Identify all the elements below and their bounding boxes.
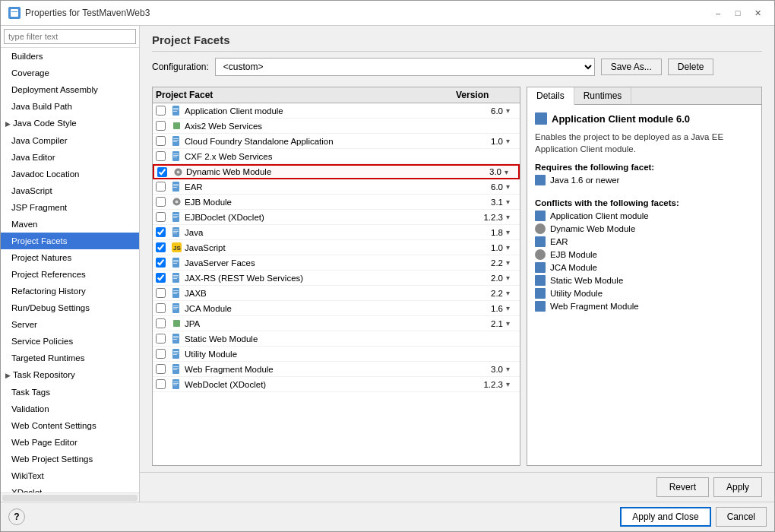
sidebar-item-web-project-settings[interactable]: Web Project Settings xyxy=(1,451,139,467)
table-row[interactable]: Java1.8▾ xyxy=(153,225,520,240)
save-as-button[interactable]: Save As... xyxy=(601,59,662,75)
sidebar-item-server[interactable]: Server xyxy=(1,316,139,333)
table-row[interactable]: JPA2.1▾ xyxy=(153,316,520,331)
apply-close-button[interactable]: Apply and Close xyxy=(620,507,710,527)
facet-check-input[interactable] xyxy=(156,227,166,237)
facet-check-input[interactable] xyxy=(156,182,166,192)
facet-check-input[interactable] xyxy=(156,212,166,222)
table-row[interactable]: JAXB2.2▾ xyxy=(153,286,520,301)
horizontal-scrollbar[interactable] xyxy=(2,495,138,501)
facet-check-input[interactable] xyxy=(156,121,166,131)
maximize-button[interactable]: □ xyxy=(729,5,747,21)
table-row[interactable]: JSJavaScript1.0▾ xyxy=(153,240,520,255)
facet-check-input[interactable] xyxy=(156,197,166,207)
facet-version-arrow-icon[interactable]: ▾ xyxy=(506,213,517,221)
table-row[interactable]: Web Fragment Module3.0▾ xyxy=(153,362,520,377)
facet-check-input[interactable] xyxy=(156,258,166,268)
sidebar-item-project-references[interactable]: Project References xyxy=(1,266,139,283)
facet-version-arrow-icon[interactable]: ▾ xyxy=(506,198,517,206)
facet-version-label: 6.0 xyxy=(468,182,506,192)
facet-check-input[interactable] xyxy=(157,167,167,177)
facet-check-input[interactable] xyxy=(156,273,166,283)
sidebar-item-jsp-fragment[interactable]: JSP Fragment xyxy=(1,199,139,216)
svg-rect-27 xyxy=(172,227,179,237)
table-row[interactable]: Cloud Foundry Standalone Application1.0▾ xyxy=(153,134,520,149)
facet-version-arrow-icon[interactable]: ▾ xyxy=(506,137,517,145)
close-button[interactable]: ✕ xyxy=(748,5,767,21)
tab-runtimes[interactable]: Runtimes xyxy=(574,87,632,104)
facet-version-arrow-icon[interactable]: ▾ xyxy=(505,168,515,176)
facet-check-input[interactable] xyxy=(156,379,166,389)
table-row[interactable]: Dynamic Web Module3.0▾ xyxy=(153,164,520,179)
sidebar-item-xdoclet[interactable]: XDoclet xyxy=(1,484,139,492)
sidebar-item-deployment-assembly[interactable]: Deployment Assembly xyxy=(1,81,139,98)
title-bar-left: Properties for TestMavenWeb3 xyxy=(8,7,150,19)
table-row[interactable]: Axis2 Web Services xyxy=(153,119,520,134)
table-row[interactable]: CXF 2.x Web Services xyxy=(153,149,520,164)
facet-check-input[interactable] xyxy=(156,318,166,328)
sidebar-item-validation[interactable]: Validation xyxy=(1,401,139,417)
table-row[interactable]: EJB Module3.1▾ xyxy=(153,195,520,210)
table-row[interactable]: Static Web Module xyxy=(153,331,520,347)
table-row[interactable]: EAR6.0▾ xyxy=(153,179,520,195)
facet-version-arrow-icon[interactable]: ▾ xyxy=(506,365,517,373)
facet-version-arrow-icon[interactable]: ▾ xyxy=(506,228,517,236)
delete-button[interactable]: Delete xyxy=(668,59,714,75)
table-row[interactable]: EJBDoclet (XDoclet)1.2.3▾ xyxy=(153,210,520,225)
sidebar-item-java-code-style[interactable]: ▶Java Code Style xyxy=(1,115,139,132)
facet-check-input[interactable] xyxy=(156,334,166,344)
facet-version-arrow-icon[interactable]: ▾ xyxy=(506,319,517,328)
facet-version-arrow-icon[interactable]: ▾ xyxy=(506,106,517,115)
table-row[interactable]: JAX-RS (REST Web Services)2.0▾ xyxy=(153,271,520,286)
sidebar-item-project-facets[interactable]: Project Facets xyxy=(1,233,139,249)
facet-check-input[interactable] xyxy=(156,303,166,313)
cancel-button[interactable]: Cancel xyxy=(716,507,767,527)
sidebar-item-builders[interactable]: Builders xyxy=(1,48,139,65)
sidebar-item-service-policies[interactable]: Service Policies xyxy=(1,333,139,350)
filter-input[interactable] xyxy=(4,29,136,44)
facet-version-arrow-icon[interactable]: ▾ xyxy=(506,304,517,312)
facet-version-arrow-icon[interactable]: ▾ xyxy=(506,274,517,282)
sidebar-item-java-editor[interactable]: Java Editor xyxy=(1,149,139,166)
facet-version-arrow-icon[interactable]: ▾ xyxy=(506,380,517,388)
tab-details[interactable]: Details xyxy=(527,87,574,105)
facet-version-arrow-icon[interactable]: ▾ xyxy=(506,243,517,252)
sidebar-item-wikitext[interactable]: WikiText xyxy=(1,467,139,484)
sidebar-item-refactoring-history[interactable]: Refactoring History xyxy=(1,283,139,299)
facet-version-arrow-icon[interactable]: ▾ xyxy=(506,182,517,191)
facet-check-input[interactable] xyxy=(156,151,166,161)
facet-version-arrow-icon[interactable]: ▾ xyxy=(506,258,517,267)
sidebar-item-task-repository[interactable]: ▶Task Repository xyxy=(1,366,139,384)
col-facet-label: Project Facet xyxy=(156,90,456,100)
sidebar-item-javascript[interactable]: JavaScript xyxy=(1,182,139,199)
sidebar-item-javadoc-location[interactable]: Javadoc Location xyxy=(1,166,139,182)
sidebar-item-run-debug-settings[interactable]: Run/Debug Settings xyxy=(1,299,139,316)
table-row[interactable]: Utility Module xyxy=(153,347,520,362)
facet-check-input[interactable] xyxy=(156,288,166,298)
facet-check-input[interactable] xyxy=(156,136,166,146)
minimize-button[interactable]: – xyxy=(709,5,727,21)
facet-check-input[interactable] xyxy=(156,106,166,116)
sidebar-item-java-build-path[interactable]: Java Build Path xyxy=(1,98,139,115)
facet-check-input[interactable] xyxy=(156,349,166,359)
facet-check-input[interactable] xyxy=(156,364,166,374)
sidebar-item-coverage[interactable]: Coverage xyxy=(1,65,139,81)
revert-button[interactable]: Revert xyxy=(656,477,709,497)
sidebar-item-java-compiler[interactable]: Java Compiler xyxy=(1,132,139,149)
table-row[interactable]: JCA Module1.6▾ xyxy=(153,301,520,316)
sidebar-item-targeted-runtimes[interactable]: Targeted Runtimes xyxy=(1,350,139,366)
config-select[interactable]: <custom> xyxy=(215,58,595,76)
sidebar-item-web-page-editor[interactable]: Web Page Editor xyxy=(1,434,139,451)
help-button[interactable]: ? xyxy=(8,508,25,525)
facet-version-arrow-icon[interactable]: ▾ xyxy=(506,289,517,297)
sidebar-item-maven[interactable]: Maven xyxy=(1,216,139,233)
apply-button[interactable]: Apply xyxy=(713,477,762,497)
conflict-icon xyxy=(535,223,546,234)
table-row[interactable]: JavaServer Faces2.2▾ xyxy=(153,255,520,271)
table-row[interactable]: WebDoclet (XDoclet)1.2.3▾ xyxy=(153,377,520,392)
sidebar-item-task-tags[interactable]: Task Tags xyxy=(1,384,139,401)
sidebar-item-project-natures[interactable]: Project Natures xyxy=(1,249,139,266)
sidebar-item-web-content-settings[interactable]: Web Content Settings xyxy=(1,417,139,434)
facet-check-input[interactable] xyxy=(156,242,166,252)
table-row[interactable]: Application Client module6.0▾ xyxy=(153,103,520,119)
